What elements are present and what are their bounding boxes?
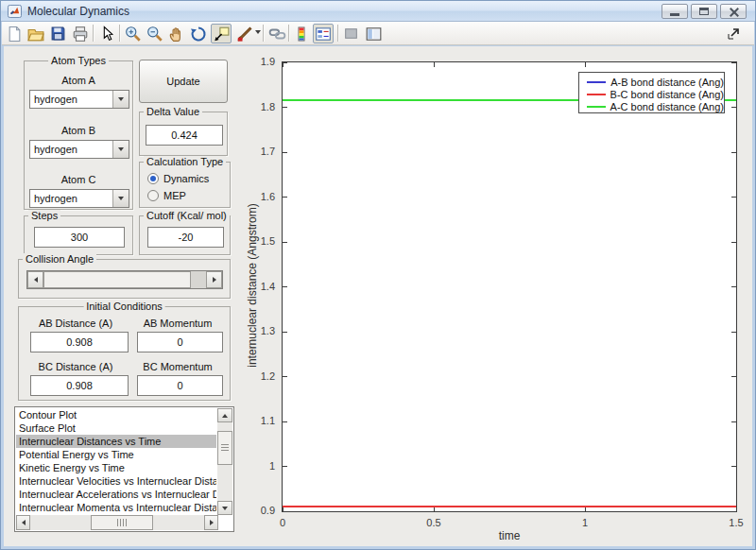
legend-entry: A-B bond distance (Ang): [587, 77, 724, 88]
update-button[interactable]: Update: [139, 60, 228, 103]
list-item-selected[interactable]: Internuclear Distances vs Time: [16, 435, 216, 448]
show-plot-tools-icon[interactable]: [364, 24, 383, 43]
ab-momentum-label: AB Momentum: [130, 318, 225, 329]
cutoff-group-label: Cutoff (Kcal/ mol): [144, 210, 230, 221]
y-tick-label: 1.4: [237, 281, 275, 292]
atom-types-group: Atom Types Atom A hydrogen Atom B hydrog…: [24, 60, 133, 210]
pan-hand-icon[interactable]: [167, 24, 186, 43]
list-item[interactable]: Internuclear Velocities vs Internuclear …: [16, 474, 216, 488]
chevron-down-icon[interactable]: [112, 141, 129, 158]
brush-icon[interactable]: [235, 24, 254, 43]
atom-a-value: hydrogen: [34, 94, 77, 105]
zoom-in-icon[interactable]: [124, 24, 143, 43]
atom-c-label: Atom C: [25, 174, 132, 185]
zoom-out-icon[interactable]: [146, 24, 164, 43]
atom-types-group-label: Atom Types: [48, 55, 109, 66]
close-button[interactable]: [720, 4, 747, 19]
list-item[interactable]: Kinetic Energy vs Time: [16, 461, 216, 474]
y-tick-mark: [731, 332, 736, 333]
plot-legend: A-B bond distance (Ang) B-C bond distanc…: [578, 72, 725, 113]
steps-group: Steps 300: [24, 215, 133, 255]
list-item[interactable]: Internuclear Momenta vs Internuclear Dis…: [16, 501, 216, 514]
calculation-type-group-label: Calculation Type: [144, 156, 226, 167]
atom-b-label: Atom B: [25, 125, 132, 136]
collision-angle-group: Collision Angle: [18, 259, 231, 299]
vertical-scrollbar[interactable]: [217, 408, 232, 515]
y-tick-label: 1.8: [237, 101, 275, 112]
plot-type-listbox[interactable]: Contour Plot Surface Plot Internuclear D…: [14, 406, 234, 532]
list-item[interactable]: Potential Energy vs Time: [16, 448, 216, 461]
figure-toolbar: [2, 22, 754, 45]
y-tick-label: 1.1: [237, 415, 275, 426]
y-tick-label: 1.9: [237, 56, 275, 67]
rotate-3d-icon[interactable]: [189, 24, 208, 43]
slider-left-arrow[interactable]: [27, 271, 43, 288]
delta-value-field[interactable]: 0.424: [146, 125, 223, 146]
chevron-down-icon[interactable]: [112, 91, 129, 108]
bc-distance-label: BC Distance (A): [25, 361, 127, 372]
y-tick-mark: [283, 107, 287, 108]
y-tick-mark: [283, 511, 287, 512]
y-tick-label: 1: [237, 460, 275, 472]
slider-right-arrow[interactable]: [206, 271, 222, 288]
cutoff-field[interactable]: -20: [147, 227, 224, 248]
bc-momentum-field[interactable]: 0: [137, 375, 223, 396]
pointer-icon[interactable]: [97, 24, 116, 43]
ab-distance-field[interactable]: 0.908: [30, 332, 129, 352]
atom-b-dropdown[interactable]: hydrogen: [29, 140, 129, 159]
print-icon[interactable]: [71, 24, 90, 43]
atom-a-dropdown[interactable]: hydrogen: [29, 90, 129, 109]
brush-dropdown-icon[interactable]: [255, 30, 261, 34]
insert-colorbar-icon[interactable]: [292, 24, 311, 43]
toolbar-separator: [288, 25, 290, 42]
atom-c-value: hydrogen: [34, 193, 77, 204]
data-cursor-icon[interactable]: [211, 24, 232, 43]
radio-mep[interactable]: MEP: [147, 190, 186, 201]
legend-swatch: [587, 106, 606, 108]
save-icon[interactable]: [48, 24, 67, 43]
y-tick-mark: [283, 286, 287, 287]
new-file-icon[interactable]: [5, 24, 24, 43]
scroll-down-icon[interactable]: [217, 501, 232, 515]
y-tick-label: 1.7: [237, 146, 275, 157]
minimize-button[interactable]: [662, 4, 688, 19]
list-item[interactable]: Contour Plot: [16, 408, 216, 421]
y-tick-mark: [283, 242, 287, 243]
bc-distance-field[interactable]: 0.908: [30, 375, 129, 396]
title-bar[interactable]: Molecular Dynamics: [1, 1, 755, 22]
list-item[interactable]: Surface Plot: [16, 421, 216, 435]
vertical-scroll-thumb[interactable]: [217, 431, 232, 465]
chevron-down-icon[interactable]: [112, 190, 129, 207]
atom-c-dropdown[interactable]: hydrogen: [29, 189, 129, 208]
maximize-button[interactable]: [691, 4, 717, 19]
y-tick-mark: [731, 107, 736, 108]
y-tick-label: 1.2: [237, 370, 275, 382]
horizontal-scroll-thumb[interactable]: [91, 515, 153, 530]
y-tick-mark: [731, 197, 736, 198]
scroll-left-icon[interactable]: [16, 515, 30, 530]
list-item[interactable]: Internuclear Accelerations vs Internucle…: [16, 488, 216, 501]
legend-label: A-B bond distance (Ang): [610, 77, 724, 88]
legend-label: A-C bond distance (Ang): [610, 101, 724, 112]
insert-legend-icon[interactable]: [313, 24, 334, 43]
radio-dynamics[interactable]: Dynamics: [147, 173, 209, 184]
x-tick-label: 0: [264, 517, 301, 528]
scroll-right-icon[interactable]: [204, 515, 218, 530]
scroll-up-icon[interactable]: [217, 408, 232, 422]
initial-conditions-group-label: Initial Conditions: [83, 301, 165, 312]
open-file-icon[interactable]: [26, 24, 45, 43]
ab-momentum-field[interactable]: 0: [137, 332, 223, 352]
steps-field[interactable]: 300: [34, 227, 125, 248]
cutoff-group: Cutoff (Kcal/ mol) -20: [139, 215, 231, 255]
link-plots-icon[interactable]: [267, 24, 286, 43]
y-tick-mark: [731, 242, 736, 243]
slider-thumb[interactable]: [43, 271, 191, 288]
legend-swatch: [587, 81, 606, 83]
y-tick-label: 0.9: [237, 505, 275, 516]
hide-plot-tools-icon[interactable]: [341, 24, 360, 43]
legend-swatch: [587, 94, 606, 95]
dock-figure-icon[interactable]: [727, 27, 739, 44]
horizontal-scrollbar[interactable]: [16, 515, 218, 530]
legend-entry: B-C bond distance (Ang): [587, 89, 724, 100]
collision-angle-slider[interactable]: [26, 270, 223, 289]
